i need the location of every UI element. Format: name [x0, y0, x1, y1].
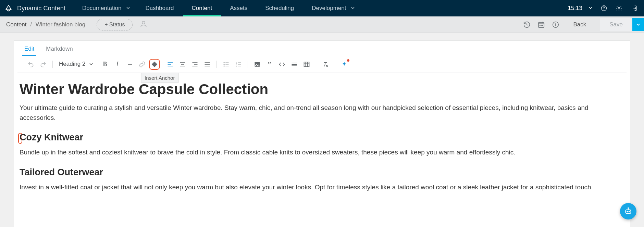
- nav-development[interactable]: Development: [303, 0, 361, 16]
- align-right-icon[interactable]: [190, 60, 199, 69]
- italic-icon[interactable]: I: [113, 60, 122, 69]
- nav-development-label: Development: [312, 5, 346, 12]
- save-button[interactable]: Save: [600, 18, 632, 31]
- sub-header: Content / Winter fashion blog + Status B…: [0, 16, 644, 33]
- horizontal-rule-icon[interactable]: [290, 60, 299, 69]
- top-nav: Dynamic Content Documentation Dashboard …: [0, 0, 644, 16]
- doc-paragraph[interactable]: Your ultimate guide to curating a stylis…: [20, 103, 613, 123]
- nav-content-label: Content: [192, 5, 212, 12]
- ai-assist-icon[interactable]: [340, 60, 349, 69]
- insert-anchor-icon[interactable]: Insert Anchor: [150, 60, 159, 69]
- caret-down-icon: [589, 5, 593, 12]
- nav-dashboard-label: Dashboard: [145, 5, 174, 12]
- back-button[interactable]: Back: [573, 21, 586, 28]
- bold-icon[interactable]: B: [101, 60, 110, 69]
- brand: Dynamic Content: [0, 0, 73, 16]
- history-icon[interactable]: [523, 21, 531, 28]
- caret-down-icon: [351, 5, 355, 12]
- breadcrumb: Content / Winter fashion blog: [6, 21, 85, 28]
- tab-markdown[interactable]: Markdown: [46, 46, 73, 56]
- insert-table-icon[interactable]: [302, 60, 311, 69]
- svg-rect-40: [304, 62, 309, 66]
- breadcrumb-separator: /: [30, 21, 32, 28]
- heading-selector[interactable]: Heading 2: [56, 59, 95, 69]
- vertical-separator: [91, 20, 91, 29]
- svg-point-36: [256, 63, 256, 64]
- page: Edit Markdown Heading 2 B I: [0, 33, 644, 227]
- svg-point-50: [628, 208, 629, 209]
- ordered-list-icon[interactable]: 123: [234, 60, 243, 69]
- brand-name: Dynamic Content: [17, 5, 65, 12]
- caret-down-icon: [126, 5, 130, 12]
- nav-dashboard[interactable]: Dashboard: [136, 0, 183, 16]
- svg-rect-46: [626, 210, 631, 214]
- breadcrumb-root[interactable]: Content: [6, 21, 27, 28]
- doc-h2-knitwear-text: Cozy Knitwear: [20, 132, 83, 142]
- help-icon[interactable]: [600, 4, 608, 12]
- add-status-button[interactable]: + Status: [97, 19, 133, 30]
- link-icon[interactable]: [138, 60, 147, 69]
- svg-point-47: [627, 211, 628, 212]
- svg-point-7: [542, 25, 543, 25]
- save-group: Save: [600, 18, 644, 31]
- heading-selector-label: Heading 2: [59, 61, 86, 67]
- calendar-icon[interactable]: [537, 21, 545, 28]
- doc-paragraph[interactable]: Invest in a well-fitted coat or jacket t…: [20, 182, 613, 192]
- doc-h2-knitwear[interactable]: Cozy Knitwear: [20, 132, 613, 143]
- svg-text:3: 3: [236, 65, 237, 67]
- text-cursor-marker-icon: [18, 133, 22, 144]
- blockquote-icon[interactable]: ”: [265, 60, 274, 69]
- svg-point-48: [629, 211, 630, 212]
- chat-assistant-button[interactable]: [620, 203, 636, 219]
- bullet-list-icon[interactable]: [222, 60, 231, 69]
- editor-toolbar: Heading 2 B I Insert Anchor: [17, 56, 627, 73]
- settings-gear-icon[interactable]: [615, 4, 623, 12]
- redo-icon[interactable]: [39, 60, 48, 69]
- svg-point-5: [540, 25, 540, 25]
- info-icon[interactable]: [552, 21, 559, 28]
- editor-scroll[interactable]: Winter Wardrobe Capsule Collection Your …: [14, 73, 630, 220]
- logout-icon[interactable]: [630, 4, 638, 12]
- strikethrough-icon[interactable]: [125, 60, 134, 69]
- nav-content[interactable]: Content: [183, 0, 221, 16]
- editor-tabs: Edit Markdown: [14, 41, 630, 56]
- owner-avatar-icon[interactable]: [139, 20, 148, 29]
- nav-scheduling[interactable]: Scheduling: [256, 0, 303, 16]
- editor-card: Edit Markdown Heading 2 B I: [14, 40, 630, 227]
- svg-point-9: [556, 23, 556, 24]
- editor-content[interactable]: Winter Wardrobe Capsule Collection Your …: [20, 81, 613, 192]
- clock[interactable]: 15:13: [568, 5, 593, 12]
- nav-right: 15:13: [568, 0, 644, 16]
- insert-image-icon[interactable]: [253, 60, 262, 69]
- tab-edit[interactable]: Edit: [24, 46, 34, 56]
- save-dropdown-button[interactable]: [632, 18, 644, 31]
- nav-assets-label: Assets: [230, 5, 247, 12]
- svg-point-6: [541, 25, 542, 25]
- clear-formatting-icon[interactable]: [321, 60, 330, 69]
- doc-h1[interactable]: Winter Wardrobe Capsule Collection: [20, 81, 613, 98]
- nav-scheduling-label: Scheduling: [265, 5, 294, 12]
- svg-point-25: [224, 64, 224, 65]
- doc-h2-outerwear[interactable]: Tailored Outerwear: [20, 167, 613, 178]
- align-center-icon[interactable]: [178, 60, 187, 69]
- clock-time: 15:13: [568, 5, 582, 12]
- code-icon[interactable]: [277, 60, 286, 69]
- nav-assets[interactable]: Assets: [221, 0, 256, 16]
- breadcrumb-leaf: Winter fashion blog: [36, 21, 86, 28]
- notification-dot-icon: [347, 59, 349, 62]
- svg-point-3: [142, 21, 145, 24]
- undo-icon[interactable]: [26, 60, 35, 69]
- brand-logo-icon: [5, 4, 12, 12]
- align-left-icon[interactable]: [166, 60, 175, 69]
- svg-point-1: [604, 10, 604, 10]
- svg-point-2: [618, 8, 620, 9]
- doc-paragraph[interactable]: Bundle up in the softest and coziest kni…: [20, 148, 613, 157]
- align-justify-icon[interactable]: [203, 60, 212, 69]
- svg-point-27: [224, 66, 224, 66]
- nav-documentation-label: Documentation: [82, 5, 121, 12]
- nav-documentation[interactable]: Documentation: [73, 0, 136, 16]
- svg-point-23: [224, 62, 224, 63]
